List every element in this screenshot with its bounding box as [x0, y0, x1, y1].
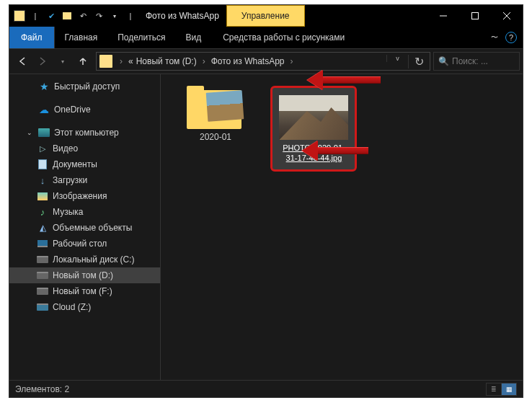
- file-item-selected[interactable]: PHOTO-2020-01-31-17-48-44.jpg: [270, 86, 357, 172]
- sidebar-label: Локальный диск (C:): [53, 254, 135, 265]
- sidebar-item-drive-d[interactable]: Новый том (D:): [9, 267, 160, 283]
- qa-dropdown-icon[interactable]: ▾: [107, 9, 123, 23]
- up-button[interactable]: [73, 51, 93, 71]
- sidebar-item-desktop[interactable]: Рабочий стол: [9, 236, 160, 252]
- folder-label: 2020-01: [200, 132, 231, 142]
- sidebar-label: OneDrive: [54, 105, 91, 115]
- sidebar-item-documents[interactable]: Документы: [9, 156, 160, 172]
- help-icon[interactable]: ?: [505, 32, 517, 43]
- cloud-icon: [38, 104, 50, 115]
- drive-icon: [37, 270, 48, 281]
- back-button[interactable]: [12, 51, 32, 71]
- minimize-button[interactable]: [427, 5, 459, 27]
- ribbon-expand-icon[interactable]: 〜: [491, 32, 498, 43]
- close-button[interactable]: [491, 5, 523, 27]
- sidebar-label: Изображения: [53, 191, 107, 201]
- view-icons-button[interactable]: ▦: [501, 383, 517, 396]
- sidebar-label: Рабочий стол: [53, 239, 107, 249]
- folder-icon: [187, 86, 244, 129]
- breadcrumb-folder[interactable]: Фото из WhatsApp: [210, 56, 286, 66]
- qa-sep: |: [27, 9, 43, 23]
- search-input[interactable]: 🔍 Поиск: ...: [433, 52, 520, 71]
- sidebar-label: Быстрый доступ: [54, 81, 120, 92]
- tab-share[interactable]: Поделиться: [107, 27, 175, 48]
- forward-button[interactable]: [32, 51, 53, 71]
- star-icon: [38, 81, 50, 92]
- sidebar-label: Этот компьютер: [54, 128, 119, 138]
- view-details-button[interactable]: ≣: [486, 383, 502, 396]
- sidebar-label: Музыка: [53, 207, 83, 217]
- sidebar-item-pictures[interactable]: Изображения: [9, 188, 160, 204]
- sidebar-item-quick-access[interactable]: Быстрый доступ: [9, 79, 160, 94]
- status-item-count: Элементов: 2: [15, 384, 69, 394]
- qa-check-icon[interactable]: ✔: [43, 9, 59, 23]
- search-placeholder: Поиск: ...: [452, 56, 488, 66]
- desktop-icon: [37, 238, 48, 249]
- redo-icon[interactable]: ↷: [91, 9, 107, 23]
- addr-dropdown-icon[interactable]: v: [386, 55, 408, 62]
- sidebar-item-videos[interactable]: Видео: [9, 141, 160, 156]
- folder-item[interactable]: 2020-01: [172, 86, 259, 142]
- search-icon: 🔍: [438, 56, 449, 66]
- status-bar: Элементов: 2 ≣ ▦: [9, 380, 523, 397]
- ribbon-tabs: Файл Главная Поделиться Вид Средства раб…: [9, 27, 523, 48]
- collapse-icon[interactable]: ⌄: [27, 129, 34, 136]
- sidebar-item-drive-c[interactable]: Локальный диск (C:): [9, 252, 160, 267]
- refresh-button[interactable]: ↻: [408, 55, 430, 68]
- nav-bar: ▾ › « Новый том (D:) › Фото из WhatsApp …: [9, 48, 523, 74]
- contextual-ribbon-tab[interactable]: Управление: [226, 5, 305, 27]
- chevron-right-icon[interactable]: ›: [198, 56, 210, 66]
- explorer-window: | ✔ ↶ ↷ ▾ | Фото из WhatsApp Управление …: [9, 4, 523, 398]
- breadcrumb-root[interactable]: «: [127, 56, 135, 66]
- tab-file[interactable]: Файл: [9, 27, 55, 48]
- image-thumbnail: [279, 95, 348, 140]
- sidebar-label: Cloud (Z:): [53, 302, 91, 312]
- breadcrumb-drive[interactable]: Новый том (D:): [135, 56, 198, 66]
- sidebar-item-3d-objects[interactable]: Объемные объекты: [9, 220, 160, 236]
- drive-icon: [37, 254, 48, 265]
- download-icon: [37, 174, 48, 186]
- content-area[interactable]: 2020-01 PHOTO-2020-01-31-17-48-44.jpg: [161, 74, 523, 391]
- tab-view[interactable]: Вид: [175, 27, 211, 48]
- svg-rect-1: [472, 13, 479, 19]
- sidebar-label: Видео: [53, 143, 78, 154]
- image-icon: [37, 190, 48, 202]
- undo-icon[interactable]: ↶: [75, 9, 91, 23]
- drive-icon: [37, 285, 48, 297]
- qa-sep2: |: [123, 9, 138, 23]
- sidebar-label: Загрузки: [53, 175, 87, 185]
- pc-icon: [38, 127, 50, 138]
- body: Быстрый доступ OneDrive ⌄Этот компьютер …: [9, 74, 523, 391]
- sidebar-item-this-pc[interactable]: ⌄Этот компьютер: [9, 125, 160, 141]
- chevron-right-icon[interactable]: ›: [286, 56, 298, 66]
- maximize-button[interactable]: [459, 5, 491, 27]
- sidebar-item-drive-z[interactable]: Cloud (Z:): [9, 299, 160, 315]
- tab-home[interactable]: Главная: [55, 27, 108, 48]
- tab-picture-tools[interactable]: Средства работы с рисунками: [214, 27, 353, 48]
- sidebar-item-onedrive[interactable]: OneDrive: [9, 102, 160, 117]
- sidebar-label: Новый том (F:): [53, 286, 112, 296]
- video-icon: [37, 143, 48, 154]
- cube-icon: [37, 222, 48, 234]
- window-title: Фото из WhatsApp: [146, 11, 219, 21]
- titlebar: | ✔ ↶ ↷ ▾ | Фото из WhatsApp Управление: [9, 5, 523, 27]
- sidebar-label: Объемные объекты: [53, 223, 132, 233]
- folder-app-icon: [14, 10, 25, 22]
- sidebar-label: Документы: [53, 159, 97, 169]
- nav-pane[interactable]: Быстрый доступ OneDrive ⌄Этот компьютер …: [9, 74, 161, 391]
- document-icon: [37, 159, 48, 170]
- music-icon: [37, 206, 48, 218]
- breadcrumb-folder-icon: [99, 55, 112, 68]
- qa-folder-icon[interactable]: [59, 9, 75, 23]
- recent-dropdown-icon[interactable]: ▾: [53, 51, 73, 71]
- network-drive-icon: [37, 301, 48, 313]
- sidebar-item-downloads[interactable]: Загрузки: [9, 172, 160, 188]
- address-bar[interactable]: › « Новый том (D:) › Фото из WhatsApp › …: [96, 52, 430, 71]
- sidebar-label: Новый том (D:): [53, 270, 113, 280]
- sidebar-item-music[interactable]: Музыка: [9, 204, 160, 220]
- chevron-right-icon[interactable]: ›: [115, 56, 127, 66]
- qa-toolbar: | ✔ ↶ ↷ ▾ |: [9, 9, 138, 23]
- sidebar-item-drive-f[interactable]: Новый том (F:): [9, 283, 160, 299]
- file-label: PHOTO-2020-01-31-17-48-44.jpg: [275, 143, 352, 167]
